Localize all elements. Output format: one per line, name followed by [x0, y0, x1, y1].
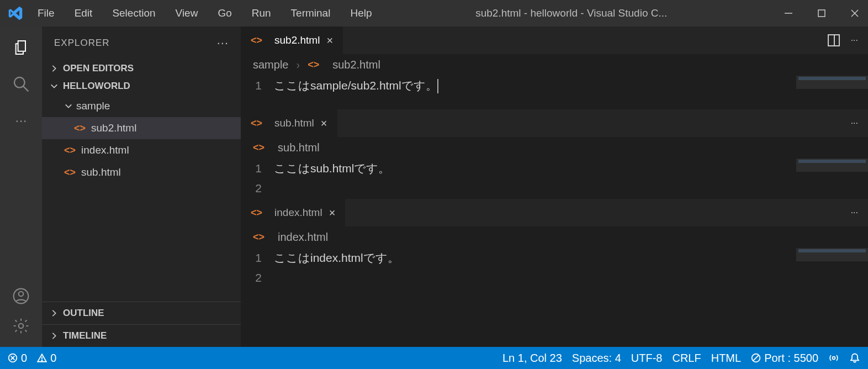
editor-area: <> sub2.html × ··· sample › <> sub2.html…	[241, 27, 868, 347]
html-file-icon: <>	[64, 145, 76, 156]
tab-label: sub.html	[274, 117, 314, 129]
chevron-right-icon: ›	[296, 59, 300, 71]
menu-go[interactable]: Go	[218, 7, 231, 19]
code-line[interactable]: ここはsample/sub2.htmlです。	[274, 78, 438, 93]
menu-file[interactable]: File	[38, 7, 55, 19]
sidebar-more-icon[interactable]: ···	[217, 36, 229, 50]
menu-bar: File Edit Selection View Go Run Terminal…	[38, 7, 372, 19]
editor-more-icon[interactable]: ···	[851, 118, 858, 128]
warning-icon	[37, 353, 47, 363]
explorer-icon[interactable]	[10, 36, 32, 59]
editor-more-icon[interactable]: ···	[851, 208, 858, 218]
chevron-down-icon	[50, 82, 59, 91]
breadcrumb-file[interactable]: sub.html	[278, 141, 320, 154]
code-line[interactable]: ここはindex.htmlです。	[274, 250, 399, 266]
tab-sub[interactable]: <> sub.html ×	[241, 109, 338, 137]
tab-label: index.html	[274, 207, 322, 219]
minimap[interactable]	[796, 159, 868, 172]
tree-file-sub2[interactable]: <> sub2.html	[42, 117, 241, 139]
tab-bar: <> sub2.html × ···	[241, 27, 868, 54]
close-icon[interactable]: ×	[321, 117, 327, 130]
menu-edit[interactable]: Edit	[75, 7, 93, 19]
error-icon	[8, 353, 18, 363]
status-encoding[interactable]: UTF-8	[631, 352, 663, 365]
breadcrumb[interactable]: <> sub.html	[241, 137, 868, 159]
port-label: Port : 5500	[764, 352, 818, 365]
html-file-icon: <>	[251, 35, 262, 46]
chevron-right-icon	[50, 309, 59, 318]
minimap[interactable]	[796, 248, 868, 261]
svg-rect-1	[818, 10, 825, 17]
settings-gear-icon[interactable]	[10, 315, 32, 337]
status-errors[interactable]: 0	[8, 352, 27, 365]
workspace-section[interactable]: HELLOWORLD	[42, 77, 241, 95]
menu-view[interactable]: View	[176, 7, 198, 19]
file-tree: sample <> sub2.html <> index.html <> sub…	[42, 95, 241, 302]
tab-label: sub2.html	[274, 34, 320, 46]
chevron-right-icon	[50, 331, 59, 340]
editor-group-1: <> sub2.html × ··· sample › <> sub2.html…	[241, 27, 868, 109]
vscode-logo-icon	[7, 4, 24, 22]
error-count: 0	[21, 352, 27, 365]
close-button[interactable]	[848, 7, 861, 20]
split-editor-icon[interactable]	[828, 34, 840, 46]
minimap[interactable]	[796, 76, 868, 89]
menu-selection[interactable]: Selection	[112, 7, 155, 19]
window-controls	[782, 7, 861, 20]
status-feedback[interactable]	[828, 352, 839, 363]
broadcast-icon	[828, 352, 839, 363]
svg-point-4	[14, 77, 25, 88]
editor-body[interactable]: 1 ここはsub.htmlです。 2	[241, 159, 868, 198]
status-eol[interactable]: CRLF	[672, 352, 701, 365]
tree-folder-sample[interactable]: sample	[42, 95, 241, 117]
line-number: 1	[241, 79, 274, 92]
code-line[interactable]: ここはsub.htmlです。	[274, 161, 390, 176]
timeline-label: TIMELINE	[63, 330, 107, 341]
tab-sub2[interactable]: <> sub2.html ×	[241, 27, 343, 54]
explorer-sidebar: EXPLORER ··· OPEN EDITORS HELLOWORLD sam…	[42, 27, 241, 347]
maximize-button[interactable]	[815, 7, 828, 20]
menu-terminal[interactable]: Terminal	[291, 7, 331, 19]
breadcrumb[interactable]: sample › <> sub2.html	[241, 54, 868, 76]
bell-icon	[849, 352, 860, 363]
editor-body[interactable]: 1 ここはindex.htmlです。 2	[241, 248, 868, 288]
status-port[interactable]: Port : 5500	[751, 352, 818, 365]
close-icon[interactable]: ×	[329, 207, 336, 219]
status-notifications[interactable]	[849, 352, 860, 363]
status-language[interactable]: HTML	[711, 352, 741, 365]
outline-section[interactable]: OUTLINE	[42, 302, 241, 324]
breadcrumb-file[interactable]: index.html	[278, 231, 328, 244]
search-icon[interactable]	[10, 73, 32, 95]
line-number: 2	[241, 271, 274, 284]
more-icon[interactable]: ···	[10, 109, 32, 131]
status-bar: 0 0 Ln 1, Col 23 Spaces: 4 UTF-8 CRLF HT…	[0, 347, 868, 369]
status-cursor-pos[interactable]: Ln 1, Col 23	[502, 352, 562, 365]
menu-help[interactable]: Help	[350, 7, 372, 19]
tree-file-sub[interactable]: <> sub.html	[42, 161, 241, 183]
chevron-right-icon	[50, 64, 59, 73]
outline-label: OUTLINE	[63, 308, 104, 319]
html-file-icon: <>	[251, 118, 262, 129]
breadcrumb-folder[interactable]: sample	[253, 59, 288, 71]
tab-index[interactable]: <> index.html ×	[241, 199, 346, 226]
editor-body[interactable]: 1 ここはsample/sub2.htmlです。	[241, 76, 868, 109]
window-title: sub2.html - helloworld - Visual Studio C…	[372, 7, 771, 19]
line-number: 1	[241, 251, 274, 265]
status-warnings[interactable]: 0	[37, 352, 56, 365]
tree-file-index[interactable]: <> index.html	[42, 139, 241, 161]
breadcrumb[interactable]: <> index.html	[241, 226, 868, 248]
accounts-icon[interactable]	[10, 285, 32, 307]
menu-run[interactable]: Run	[252, 7, 271, 19]
timeline-section[interactable]: TIMELINE	[42, 324, 241, 347]
html-file-icon: <>	[253, 142, 264, 154]
sidebar-title: EXPLORER	[54, 38, 110, 49]
minimize-button[interactable]	[782, 7, 795, 20]
breadcrumb-file[interactable]: sub2.html	[332, 59, 380, 71]
open-editors-section[interactable]: OPEN EDITORS	[42, 60, 241, 77]
status-indent[interactable]: Spaces: 4	[572, 352, 621, 365]
line-number: 2	[241, 182, 274, 195]
file-label: sub.html	[81, 166, 121, 178]
folder-label: sample	[76, 100, 110, 112]
close-icon[interactable]: ×	[326, 34, 333, 47]
editor-more-icon[interactable]: ···	[851, 35, 858, 45]
